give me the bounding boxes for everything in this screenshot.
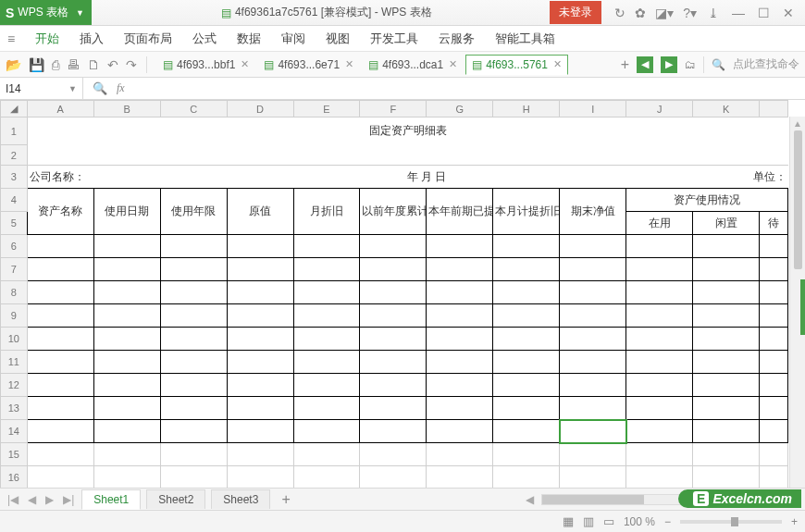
col-header-D[interactable]: D [227,101,293,118]
row-header-5[interactable]: 5 [1,212,28,235]
file-tab-2[interactable]: ▤4f693...6e71✕ [257,55,360,75]
print-direct-icon[interactable]: ⎙ [52,57,59,72]
col-header-B[interactable]: B [93,101,160,118]
row-header-7[interactable]: 7 [1,258,28,281]
spreadsheet-grid[interactable]: ◢ A B C D E F G H I J K 1 固定资产明细表 2 3 公司… [0,100,788,510]
hdr-pending[interactable]: 待 [760,212,788,235]
menu-review[interactable]: 审阅 [281,31,305,47]
zoom-slider[interactable] [680,520,782,524]
skin-icon[interactable]: ◪▾ [655,6,674,20]
file-tab-4[interactable]: ▤4f693...5761✕ [465,55,568,75]
sheet-title[interactable]: 固定资产明细表 [27,118,787,145]
row-header-16[interactable]: 16 [1,466,28,489]
app-badge[interactable]: S WPS 表格 ▼ [0,0,92,25]
hdr-prev-depr[interactable]: 以前年度累计折旧 [360,189,427,235]
row-header-15[interactable]: 15 [1,443,28,466]
row-header-11[interactable]: 11 [1,351,28,374]
redo-icon[interactable]: ↷ [126,57,137,72]
menu-formula[interactable]: 公式 [192,31,217,47]
col-header-F[interactable]: F [360,101,427,118]
minimize-icon[interactable]: — [732,6,745,20]
view-page-icon[interactable]: ▥ [583,514,594,528]
view-break-icon[interactable]: ▭ [603,514,614,528]
row-header-3[interactable]: 3 [1,166,28,189]
sheet-tab-1[interactable]: Sheet1 [81,489,141,510]
new-tab-icon[interactable]: + [621,56,629,73]
hdr-idle[interactable]: 闲置 [693,212,760,235]
row-header-13[interactable]: 13 [1,397,28,420]
maximize-icon[interactable]: ☐ [758,6,770,20]
menu-start[interactable]: 开始 [35,31,59,47]
col-header-H[interactable]: H [493,101,560,118]
file-tab-1[interactable]: ▤4f693...bbf1✕ [156,55,255,75]
col-header-K[interactable]: K [693,101,760,118]
close-tab-icon[interactable]: ✕ [449,58,457,70]
sheet-tab-2[interactable]: Sheet2 [146,489,205,509]
row-header-6[interactable]: 6 [1,235,28,258]
col-header-G[interactable]: G [427,101,493,118]
add-sheet-icon[interactable]: + [276,491,295,508]
undo-icon[interactable]: ↶ [107,57,118,72]
row-header-1[interactable]: 1 [1,118,28,145]
search-icon[interactable]: 🔍 [712,58,725,71]
hdr-ytd-depr[interactable]: 本年前期已提折旧 [427,189,493,235]
tab-nav-prev[interactable]: ◀ [637,56,653,73]
menu-view[interactable]: 视图 [326,31,350,47]
hdr-this-month-depr[interactable]: 本月计提折旧 [493,189,560,235]
vertical-scrollbar[interactable]: ▲ ▼ [789,117,805,510]
hdr-usage[interactable]: 资产使用情况 [626,189,788,212]
login-button[interactable]: 未登录 [550,1,601,24]
row-header-14[interactable]: 14 [1,420,28,443]
scroll-up-icon[interactable]: ▲ [793,118,802,129]
company-name-label[interactable]: 公司名称： [27,166,293,189]
hscroll-left[interactable]: ◀ [524,493,536,506]
zoom-knob[interactable] [731,517,738,526]
chevron-down-icon[interactable]: ▼ [68,84,77,93]
hdr-use-date[interactable]: 使用日期 [93,189,160,235]
restore-down-icon[interactable]: ⤓ [708,6,719,20]
zoom-value[interactable]: 100 % [624,515,655,528]
select-all-corner[interactable]: ◢ [1,101,28,118]
zoom-in-icon[interactable]: + [791,515,798,528]
sheet-tab-3[interactable]: Sheet3 [211,489,270,509]
search-command[interactable]: 点此查找命令 [733,56,799,72]
open-icon[interactable]: 📂 [6,57,21,72]
date-label[interactable]: 年 月 日 [293,166,560,189]
col-header-I[interactable]: I [560,101,626,118]
col-header-extra[interactable] [760,101,788,118]
menu-dev-tools[interactable]: 开发工具 [370,31,418,47]
hdr-asset-name[interactable]: 资产名称 [27,189,93,235]
hdr-in-use[interactable]: 在用 [626,212,693,235]
settings-icon[interactable]: ✿ [635,6,646,20]
menu-page-layout[interactable]: 页面布局 [124,31,172,47]
sheet-nav-prev[interactable]: ◀ [26,493,38,506]
side-panel-handle[interactable] [800,279,805,335]
hdr-original-value[interactable]: 原值 [227,189,293,235]
unit-label[interactable]: 单位： [560,166,788,189]
close-icon[interactable]: ✕ [783,6,794,20]
zoom-out-icon[interactable]: − [664,515,671,528]
row-header-4[interactable]: 4 [1,189,28,212]
fx-icon[interactable]: fx [117,81,125,95]
chevron-down-icon[interactable]: ▼ [76,8,84,18]
menu-cloud[interactable]: 云服务 [439,31,475,47]
close-tab-icon[interactable]: ✕ [345,58,353,70]
close-tab-icon[interactable]: ✕ [553,58,562,70]
sheet-nav-next[interactable]: ▶ [43,493,56,506]
lookup-icon[interactable]: 🔍 [93,81,107,95]
menu-smart-tools[interactable]: 智能工具箱 [495,31,555,47]
sheet-nav-last[interactable]: ▶| [61,493,76,506]
row-header-8[interactable]: 8 [1,281,28,304]
file-tab-3[interactable]: ▤4f693...dca1✕ [362,55,464,75]
row-header-9[interactable]: 9 [1,304,28,328]
hamburger-icon[interactable]: ≡ [7,31,15,46]
menu-data[interactable]: 数据 [237,31,261,47]
grid-area[interactable]: ◢ A B C D E F G H I J K 1 固定资产明细表 2 3 公司… [0,100,805,510]
help-icon[interactable]: ?▾ [683,6,697,20]
col-header-E[interactable]: E [293,101,360,118]
preview-icon[interactable]: 🗋 [87,57,100,72]
tab-list-icon[interactable]: 🗂 [685,58,696,71]
menu-insert[interactable]: 插入 [80,31,104,47]
row-header-10[interactable]: 10 [1,328,28,351]
selected-cell-I14[interactable] [560,420,626,443]
